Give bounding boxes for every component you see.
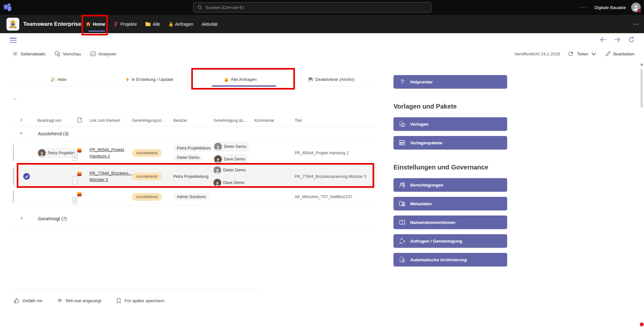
- floppy-icon: [308, 77, 313, 82]
- avatar: [214, 155, 222, 163]
- tab-aktiv[interactable]: Aktiv: [13, 73, 104, 86]
- metadaten-button[interactable]: Metadaten: [393, 197, 507, 210]
- preview-button[interactable]: Vorschau: [54, 51, 81, 57]
- eye-icon: [57, 298, 63, 304]
- avatar: [38, 149, 46, 157]
- approver-name: Dieter Demo: [223, 168, 246, 172]
- home-icon: [86, 22, 91, 27]
- search-input[interactable]: [205, 5, 427, 10]
- approver-pill: Dave Demo: [213, 178, 248, 188]
- request-view-tabs: Aktiv in Erstellung / Update Alle Anfrag…: [13, 73, 377, 86]
- teams-logo-icon: T: [3, 3, 12, 12]
- page-details-button[interactable]: Seitendetails: [12, 51, 45, 57]
- title-value: PR_65544_Projekt Hamburg 2: [295, 151, 377, 155]
- col-link-zum-element[interactable]: Link zum Element: [90, 118, 132, 123]
- edit-button[interactable]: Bearbeiten: [605, 51, 634, 57]
- save-for-later-button[interactable]: Für später speichern: [116, 298, 165, 304]
- scroll-red-indicator: [640, 322, 644, 326]
- helpcenter-button[interactable]: ? Helpcenter: [393, 75, 507, 89]
- like-button[interactable]: Gefällt mir: [14, 298, 43, 304]
- robot-logo-icon: [8, 19, 18, 29]
- presence-busy-dot: [638, 9, 641, 13]
- chevron-down-icon: [19, 131, 24, 135]
- vertical-scrollbar[interactable]: [639, 61, 644, 327]
- app-more-button[interactable]: ⋯: [633, 15, 639, 33]
- table-row-selected[interactable]: PR_77644_Brückens... Münster 3 Ausstehen…: [13, 165, 377, 188]
- collapse-all-toggle[interactable]: –: [14, 97, 19, 102]
- expand-column-header[interactable]: [17, 118, 37, 123]
- app-header: Teamsware Enterprise Home Projekte: [0, 15, 644, 33]
- table-row[interactable]: Ausstehend Admin Solutions AK_München_TS…: [13, 188, 377, 206]
- tab-aktivitaet[interactable]: Aktivität: [202, 15, 217, 33]
- app-tab-bar: Home Projekte Alle: [86, 15, 217, 33]
- anfragen-genehmigung-button[interactable]: Anfragen / Genehmigung: [393, 234, 507, 248]
- avatar: [213, 179, 221, 187]
- hamburger-menu-icon[interactable]: [10, 38, 17, 43]
- tab-deaktivierte[interactable]: Deaktivierte (Archiv): [286, 73, 377, 86]
- analytics-button[interactable]: Analysen: [90, 51, 117, 57]
- app-logo[interactable]: [6, 18, 19, 31]
- sync-icon: [399, 237, 406, 245]
- namenskonventionen-label: Namenskonventionen: [410, 220, 455, 225]
- requested-by-name: Petra Projektleitur: [48, 151, 75, 155]
- stack-icon: [399, 139, 406, 146]
- share-button[interactable]: Teilen: [568, 51, 596, 57]
- tab-aktiv-label: Aktiv: [57, 77, 67, 82]
- like-label: Gefällt mir: [23, 298, 43, 303]
- row-accent-bar: [13, 190, 14, 203]
- owner-pill: Petra Projektleitung: [173, 145, 211, 152]
- col-doc-icon[interactable]: [77, 117, 90, 124]
- element-link[interactable]: PR_65544_Projekt Hamburg 2: [90, 147, 124, 159]
- namenskonventionen-button[interactable]: Namenskonventionen: [393, 216, 507, 229]
- folder-icon: [145, 22, 151, 26]
- back-arrow-icon[interactable]: [600, 36, 607, 43]
- tab-in-erstellung[interactable]: in Erstellung / Update: [104, 73, 195, 86]
- tab-alle-anfragen[interactable]: Alle Anfragen: [195, 73, 286, 86]
- group-genehmigt[interactable]: Genehmigt (7): [13, 211, 377, 226]
- search-icon: [197, 5, 202, 10]
- pencil-icon: [605, 51, 611, 57]
- col-kommentar[interactable]: Kommentar: [254, 118, 295, 123]
- berechtigungen-button[interactable]: Berechtigungen: [393, 178, 507, 192]
- tab-anfragen[interactable]: Anfragen: [169, 15, 194, 33]
- doc-pencil-icon: [50, 77, 55, 82]
- col-besitzer[interactable]: Besitzer: [173, 118, 213, 123]
- vorlagenpakete-button[interactable]: Vorlagenpakete: [393, 136, 507, 149]
- tab-deaktivierte-label: Deaktivierte (Archiv): [315, 77, 355, 82]
- col-beantragt-von[interactable]: Beantragt von: [37, 118, 77, 123]
- tab-home[interactable]: Home: [86, 15, 105, 33]
- os-top-bar: T ··· Digitale Bauakte: [0, 0, 644, 15]
- doc-clock-icon: [399, 256, 406, 263]
- forward-arrow-icon[interactable]: [614, 36, 621, 43]
- scroll-up-arrow[interactable]: [640, 63, 643, 65]
- group-ausstehend[interactable]: Ausstehend (3): [13, 126, 377, 141]
- tab-aktivitaet-label: Aktivität: [202, 22, 217, 27]
- element-link[interactable]: PR_77644_Brückens... Münster 3: [90, 171, 132, 182]
- lock-icon: [169, 22, 173, 27]
- active-content-tab-underline: [212, 85, 276, 87]
- refresh-icon[interactable]: [628, 36, 635, 43]
- rename-icon: [399, 219, 406, 226]
- col-genehmigungsstatus[interactable]: Genehmigungsst...: [132, 118, 173, 123]
- approver-name: Dieter Demo: [224, 144, 246, 149]
- lightning-icon: [126, 77, 129, 82]
- col-titel[interactable]: Titel: [295, 118, 377, 123]
- topbar-more-button[interactable]: ···: [578, 5, 589, 10]
- sharepoint-toolbar: Seitendetails Vorschau Analysen: [12, 51, 116, 57]
- tab-in-erstellung-label: in Erstellung / Update: [132, 77, 173, 82]
- row-accent-bar: [13, 168, 14, 185]
- berechtigungen-label: Berechtigungen: [410, 183, 443, 188]
- automatische-archivierung-button[interactable]: Automatische Archivierung: [393, 253, 507, 266]
- tab-alle[interactable]: Alle: [145, 15, 160, 33]
- group-ausstehend-label: Ausstehend (3): [37, 131, 173, 136]
- col-genehmigung-durch[interactable]: Genehmigung du...: [213, 118, 254, 123]
- account-avatar[interactable]: [631, 3, 641, 12]
- global-search[interactable]: [193, 2, 431, 13]
- tab-projekte[interactable]: Projekte: [114, 15, 137, 33]
- row-selected-checkbox[interactable]: [23, 173, 30, 180]
- vorlagen-button[interactable]: Vorlagen: [393, 117, 507, 131]
- scroll-thumb[interactable]: [640, 69, 643, 108]
- avatar: [214, 143, 222, 150]
- row-accent-bar: [13, 145, 14, 161]
- table-row[interactable]: Petra Projektleitur PR_65544_Projekt Ham…: [13, 141, 377, 165]
